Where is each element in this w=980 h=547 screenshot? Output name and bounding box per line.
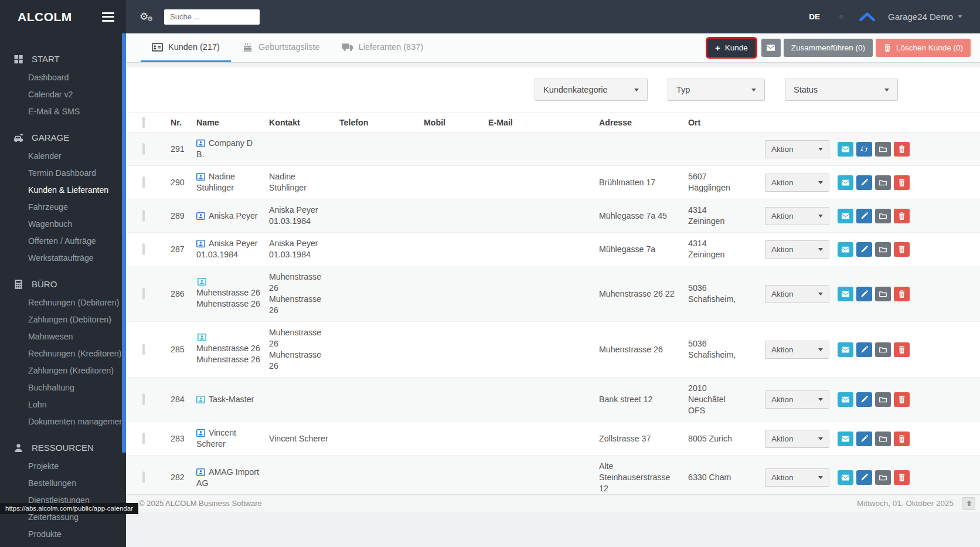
tab-lieferanten-837-[interactable]: Lieferanten (837) [331, 33, 434, 62]
row-checkbox[interactable] [142, 288, 145, 300]
pencil-button[interactable] [856, 432, 872, 446]
customer-name[interactable]: VincentScherer [188, 427, 261, 450]
sidebar-item-kalender[interactable]: Kalender [0, 148, 126, 165]
trash-button[interactable] [894, 432, 910, 446]
action-dropdown[interactable]: Aktion [765, 430, 829, 448]
folder-button[interactable] [875, 342, 891, 357]
folder-button[interactable] [875, 142, 891, 157]
sidebar-item-zahlungen-debitoren-[interactable]: Zahlungen (Debitoren) [0, 311, 126, 328]
trash-button[interactable] [894, 392, 910, 407]
customer-name[interactable]: Aniska Peyer01.03.1984 [188, 238, 261, 260]
sidebar-item-produkte[interactable]: Produkte [0, 526, 126, 543]
customer-name[interactable]: Muhenstrasse 26Muhenstrasse 26 [188, 278, 261, 310]
customer-name[interactable]: AMAG ImportAG [188, 467, 261, 489]
folder-button[interactable] [875, 242, 891, 257]
sidebar-item-termin-dashboard[interactable]: Termin Dashboard [0, 165, 126, 182]
row-checkbox[interactable] [142, 210, 145, 222]
search-input[interactable] [164, 9, 260, 25]
account-menu[interactable]: Garage24 Demo [888, 12, 953, 22]
row-checkbox[interactable] [142, 243, 145, 255]
mail-button[interactable] [838, 242, 853, 257]
account-caret-icon[interactable] [958, 15, 962, 18]
customer-name[interactable]: Company D B. [188, 138, 261, 160]
sidebar-section-header[interactable]: RESSOURCEN [0, 437, 126, 458]
sidebar-item-buchhaltung[interactable]: Buchhaltung [0, 379, 126, 396]
sidebar-item-e-mail-sms[interactable]: E-Mail & SMS [0, 103, 126, 120]
trash-button[interactable] [894, 142, 910, 157]
add-customer-button[interactable]: + Kunde [707, 39, 756, 57]
pencil-button[interactable] [856, 392, 872, 407]
action-dropdown[interactable]: Aktion [765, 140, 829, 158]
filter-typ[interactable]: Typ [668, 79, 765, 101]
row-checkbox[interactable] [142, 433, 145, 444]
mail-button[interactable] [838, 432, 853, 446]
sidebar-item-calendar-v2[interactable]: Calendar v2 [0, 86, 126, 103]
folder-button[interactable] [875, 392, 891, 407]
mail-button[interactable] [838, 287, 853, 301]
sidebar-section-header[interactable]: GARAGE [0, 127, 126, 148]
row-checkbox[interactable] [142, 143, 145, 155]
sidebar-section-header[interactable]: BÜRO [0, 274, 126, 294]
sidebar-section-header[interactable]: START [0, 49, 126, 69]
row-checkbox[interactable] [142, 344, 145, 355]
row-checkbox[interactable] [142, 471, 145, 483]
customer-name[interactable]: Muhenstrasse 26Muhenstrasse 26 [188, 334, 261, 365]
action-dropdown[interactable]: Aktion [765, 207, 829, 225]
trash-button[interactable] [894, 209, 910, 223]
pencil-button[interactable] [856, 175, 872, 190]
sidebar-item-zahlungen-kreditoren-[interactable]: Zahlungen (Kreditoren) [0, 362, 126, 379]
trash-button[interactable] [894, 175, 910, 190]
sidebar-item-offerten-auftr-ge[interactable]: Offerten / Aufträge [0, 233, 126, 250]
sidebar-item-kunden-lieferanten[interactable]: Kunden & Lieferanten [0, 182, 126, 199]
customer-name[interactable]: Task-Master [188, 394, 261, 405]
sidebar-item-mahnwesen[interactable]: Mahnwesen [0, 328, 126, 345]
sidebar-item-werkstattauftr-ge[interactable]: Werkstattaufträge [0, 250, 126, 267]
folder-button[interactable] [875, 175, 891, 190]
sidebar-item-projekte[interactable]: Projekte [0, 458, 126, 475]
action-dropdown[interactable]: Aktion [765, 468, 829, 487]
mail-button[interactable] [838, 175, 853, 190]
customer-name[interactable]: NadineStühlinger [188, 171, 261, 193]
scroll-to-top-button[interactable] [962, 497, 975, 510]
action-dropdown[interactable]: Aktion [765, 240, 829, 259]
pencil-button[interactable] [856, 287, 872, 301]
sidebar-scrollbar-thumb[interactable] [122, 33, 126, 453]
filter-status[interactable]: Status [785, 79, 898, 101]
action-dropdown[interactable]: Aktion [765, 390, 829, 409]
folder-button[interactable] [875, 287, 891, 301]
sidebar-item-fahrzeuge[interactable]: Fahrzeuge [0, 199, 126, 216]
mail-button[interactable] [838, 209, 853, 223]
trash-button[interactable] [894, 242, 910, 257]
mail-button[interactable] [838, 342, 853, 357]
trash-button[interactable] [894, 470, 910, 485]
hamburger-menu-icon[interactable] [102, 10, 114, 23]
pencil-button[interactable] [856, 242, 872, 257]
merge-button[interactable]: Zusammenführen (0) [784, 39, 873, 57]
trash-button[interactable] [894, 342, 910, 357]
folder-button[interactable] [875, 432, 891, 446]
folder-button[interactable] [875, 470, 891, 485]
pencil-button[interactable] [856, 470, 872, 485]
settings-gears-icon[interactable]: ⚙⚙ [139, 10, 155, 24]
mail-button[interactable] [838, 142, 853, 157]
sidebar-item-lohn[interactable]: Lohn [0, 396, 126, 413]
row-checkbox[interactable] [142, 176, 145, 188]
action-dropdown[interactable]: Aktion [765, 341, 829, 359]
sidebar-item-dashboard[interactable]: Dashboard [0, 69, 126, 86]
action-dropdown[interactable]: Aktion [765, 174, 829, 192]
delete-customer-button[interactable]: Löschen Kunde (0) [876, 39, 971, 57]
pencil-button[interactable] [856, 342, 872, 357]
row-checkbox[interactable] [142, 393, 145, 405]
sidebar-item-rechnungen-debitoren-[interactable]: Rechnungen (Debitoren) [0, 294, 126, 311]
refresh-button[interactable] [856, 142, 872, 157]
sidebar-item-rechnungen-kreditoren-[interactable]: Rechnungen (Kreditoren) [0, 345, 126, 362]
tab-kunden-217-[interactable]: Kunden (217) [141, 33, 231, 62]
mail-button[interactable] [761, 39, 781, 57]
sidebar-item-inventar[interactable]: Inventar [0, 543, 126, 547]
mail-button[interactable] [838, 392, 853, 407]
language-selector[interactable]: DE [809, 12, 820, 21]
sidebar-item-wagenbuch[interactable]: Wagenbuch [0, 216, 126, 233]
tab-geburtstagsliste[interactable]: Geburtstagsliste [231, 33, 331, 62]
mail-button[interactable] [838, 470, 853, 485]
trash-button[interactable] [894, 287, 910, 301]
